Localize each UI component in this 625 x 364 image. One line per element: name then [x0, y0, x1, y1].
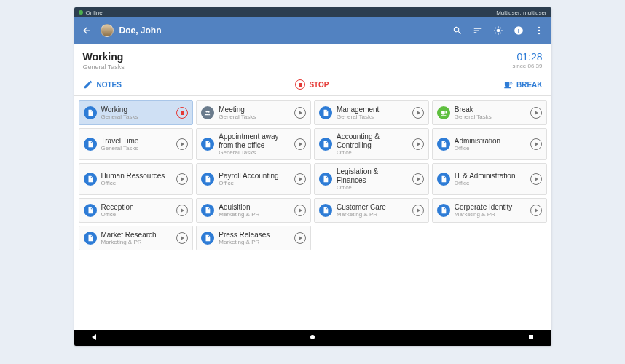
doc-icon [201, 173, 214, 186]
page-title: Working [83, 51, 125, 63]
task-card[interactable]: Legislation & FinancesOffice [314, 163, 429, 195]
play-icon[interactable] [176, 205, 188, 216]
task-card[interactable]: ReceptionOffice [79, 198, 194, 223]
svg-point-14 [206, 111, 208, 113]
play-icon[interactable] [412, 107, 424, 119]
search-icon[interactable] [452, 25, 463, 36]
notes-button[interactable]: NOTES [83, 79, 122, 90]
play-icon[interactable] [176, 232, 188, 244]
doc-icon [437, 138, 450, 151]
task-title: Working [101, 106, 173, 114]
play-icon[interactable] [176, 138, 188, 150]
sun-icon[interactable] [493, 25, 503, 36]
user-name: Doe, John [119, 25, 162, 36]
play-icon[interactable] [412, 173, 424, 185]
task-category: Marketing & PR [219, 239, 290, 245]
task-category: General Tasks [219, 114, 290, 120]
task-card[interactable]: Market ResearchMarketing & PR [79, 226, 194, 250]
task-title: Management [337, 106, 408, 114]
play-icon[interactable] [294, 138, 306, 150]
task-category: Marketing & PR [337, 211, 408, 218]
task-title: Customer Care [337, 203, 408, 212]
task-card[interactable]: AdministrationOffice [432, 128, 547, 160]
stop-button[interactable]: STOP [295, 79, 329, 90]
sort-icon[interactable] [473, 25, 483, 36]
task-category: General Tasks [219, 149, 290, 156]
task-category: Office [219, 180, 290, 186]
info-icon[interactable]: i [514, 25, 524, 36]
task-card[interactable]: BreakGeneral Tasks [432, 100, 547, 125]
task-card[interactable]: AquisitionMarketing & PR [196, 198, 311, 223]
task-category: Marketing & PR [219, 211, 290, 218]
task-title: Market Research [101, 231, 173, 240]
play-icon[interactable] [294, 205, 306, 216]
svg-point-15 [208, 111, 210, 113]
task-card[interactable]: Corperate IdentityMarketing & PR [432, 198, 547, 223]
task-category: Marketing & PR [101, 239, 173, 245]
back-icon[interactable] [82, 25, 92, 36]
task-title: Legislation & Finances [337, 167, 408, 184]
play-icon[interactable] [412, 138, 424, 150]
task-card[interactable]: Customer CareMarketing & PR [314, 198, 429, 223]
more-icon[interactable] [534, 25, 544, 36]
task-card[interactable]: Travel TimeGeneral Tasks [79, 128, 194, 160]
play-icon[interactable] [530, 138, 542, 150]
task-card[interactable]: Human RessourcesOffice [79, 163, 194, 195]
task-category: General Tasks [101, 145, 173, 151]
svg-point-12 [538, 30, 539, 31]
nav-home-icon[interactable] [308, 331, 317, 344]
break-label: BREAK [516, 81, 543, 89]
nav-back-icon[interactable] [90, 331, 99, 344]
play-icon[interactable] [530, 107, 542, 119]
task-title: IT & Administration [455, 172, 526, 181]
play-icon[interactable] [294, 232, 306, 244]
task-title: Reception [101, 203, 173, 212]
stop-icon [295, 79, 305, 90]
doc-icon [84, 138, 97, 151]
online-dot [79, 10, 83, 15]
svg-rect-17 [529, 335, 533, 339]
task-category: Office [337, 184, 408, 191]
since-label: since 06:39 [513, 63, 543, 69]
svg-line-6 [500, 33, 500, 33]
task-card[interactable]: MeetingGeneral Tasks [196, 100, 311, 125]
break-button[interactable]: BREAK [503, 79, 543, 90]
task-card[interactable]: ManagementGeneral Tasks [314, 100, 429, 125]
task-title: Travel Time [101, 137, 173, 146]
elapsed-time: 01:28 [513, 51, 543, 63]
play-icon[interactable] [530, 173, 542, 185]
task-card[interactable]: Accounting & ControllingOffice [314, 128, 429, 160]
task-category: Marketing & PR [455, 211, 526, 218]
task-category: General Tasks [101, 114, 173, 120]
stop-indicator-icon[interactable] [176, 107, 188, 119]
avatar[interactable] [101, 24, 114, 37]
svg-point-0 [496, 29, 500, 33]
play-icon[interactable] [530, 205, 542, 216]
play-icon[interactable] [176, 173, 188, 185]
nav-recent-icon[interactable] [527, 331, 535, 344]
task-category: Office [101, 211, 173, 218]
play-icon[interactable] [412, 205, 424, 216]
svg-line-7 [495, 33, 495, 33]
task-card[interactable]: WorkingGeneral Tasks [79, 100, 194, 125]
task-category: Office [455, 145, 526, 151]
doc-icon [201, 204, 214, 217]
task-category: Office [455, 180, 526, 186]
svg-line-5 [495, 28, 495, 28]
task-category: General Tasks [455, 114, 526, 120]
notes-label: NOTES [97, 81, 122, 89]
task-card[interactable]: Payroll AccountingOffice [196, 163, 311, 195]
task-card[interactable]: IT & AdministrationOffice [432, 163, 547, 195]
play-icon[interactable] [294, 107, 306, 119]
doc-icon [319, 138, 332, 151]
people-icon [201, 106, 214, 119]
task-card[interactable]: Press ReleasesMarketing & PR [196, 226, 311, 250]
task-card[interactable]: Appointment away from the officeGeneral … [196, 128, 311, 160]
task-title: Accounting & Controlling [337, 132, 408, 149]
app-bar: Doe, John i [74, 17, 551, 44]
svg-line-8 [500, 28, 500, 28]
status-online-label: Online [86, 9, 103, 16]
task-title: Corperate Identity [455, 203, 526, 212]
stop-label: STOP [309, 81, 329, 89]
play-icon[interactable] [294, 173, 306, 185]
